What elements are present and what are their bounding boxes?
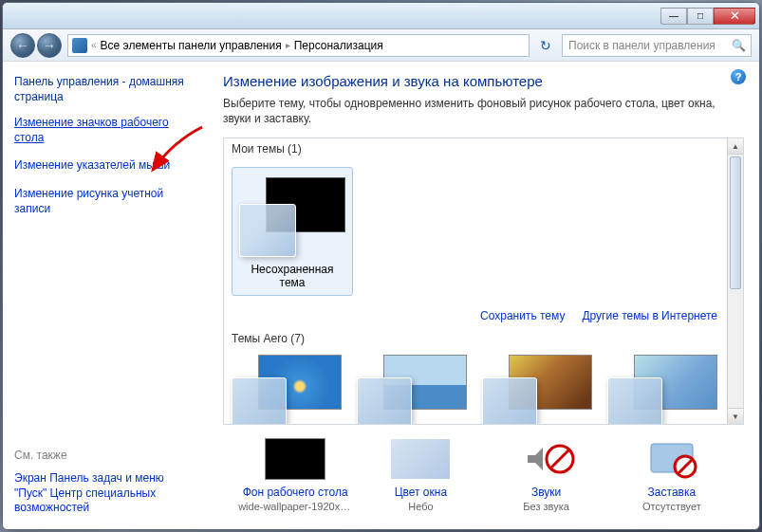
screensaver-icon (641, 438, 702, 480)
scroll-up-icon[interactable]: ▲ (728, 138, 743, 155)
window-color-value: Небо (363, 501, 477, 512)
refresh-button[interactable]: ↻ (535, 35, 556, 56)
my-themes-header: Мои темы (1) (224, 138, 727, 159)
sidebar-link-desktop-icons[interactable]: Изменение значков рабочего стола (14, 116, 198, 145)
theme-actions: Сохранить тему Другие темы в Интернете (224, 303, 727, 328)
nav-arrows: ← → (10, 33, 62, 58)
theme-label: Несохраненная тема (238, 263, 346, 289)
search-input[interactable]: Поиск в панели управления 🔍 (562, 34, 752, 57)
desktop-background-link: Фон рабочего стола (238, 486, 352, 499)
page-title: Изменение изображения и звука на компьют… (223, 73, 744, 89)
screensaver-value: Отсутствует (615, 501, 729, 512)
sidebar-link-display[interactable]: Экран (14, 471, 46, 485)
sidebar-link-mouse-pointers[interactable]: Изменение указателей мыши (14, 158, 198, 174)
sidebar-home-link[interactable]: Панель управления - домашняя страница (14, 75, 198, 104)
maximize-button[interactable]: □ (687, 8, 714, 25)
aero-themes-row (224, 349, 727, 424)
window-color-link: Цвет окна (363, 486, 477, 499)
vertical-scrollbar[interactable]: ▲ ▼ (727, 138, 743, 424)
desktop-background-value: wide-wallpaper-1920x10... (238, 501, 352, 512)
breadcrumb-item[interactable]: Все элементы панели управления (101, 39, 282, 52)
chevron-right-icon: ▸ (286, 40, 290, 50)
more-themes-link[interactable]: Другие темы в Интернете (582, 309, 717, 322)
window-buttons: — □ ✕ (660, 8, 755, 25)
bottom-actions: Фон рабочего стола wide-wallpaper-1920x1… (223, 425, 744, 518)
content: ? Панель управления - домашняя страница … (3, 62, 759, 529)
control-panel-icon (72, 38, 87, 53)
navbar: ← → « Все элементы панели управления ▸ П… (3, 29, 759, 62)
theme-preview (239, 174, 345, 257)
window-color-item[interactable]: Цвет окна Небо (363, 438, 477, 512)
aero-theme[interactable] (232, 353, 347, 424)
close-button[interactable]: ✕ (714, 8, 755, 25)
breadcrumb[interactable]: « Все элементы панели управления ▸ Персо… (67, 34, 530, 57)
search-placeholder: Поиск в панели управления (568, 39, 716, 52)
sidebar: Панель управления - домашняя страница Из… (3, 62, 210, 529)
see-also-header: См. также (14, 449, 198, 462)
screensaver-link: Заставка (615, 486, 729, 499)
sidebar-footer: См. также Экран Панель задач и меню "Пус… (14, 449, 198, 516)
sidebar-link-account-picture[interactable]: Изменение рисунка учетной записи (14, 187, 198, 216)
my-themes-area: Несохраненная тема (224, 159, 727, 303)
help-icon[interactable]: ? (731, 69, 746, 84)
main-panel: Изменение изображения и звука на компьют… (210, 62, 759, 529)
aero-theme[interactable] (482, 353, 598, 424)
aero-theme[interactable] (357, 353, 473, 424)
aero-themes-header: Темы Aero (7) (224, 328, 727, 349)
sounds-icon (516, 438, 577, 480)
theme-unsaved[interactable]: Несохраненная тема (232, 167, 353, 296)
page-description: Выберите тему, чтобы одновременно измени… (223, 97, 744, 126)
breadcrumb-item[interactable]: Персонализация (294, 39, 383, 52)
sounds-link: Звуки (490, 486, 604, 499)
back-button[interactable]: ← (10, 33, 35, 58)
window-color-icon (390, 438, 451, 480)
sounds-value: Без звука (490, 501, 604, 512)
aero-theme[interactable] (607, 353, 723, 424)
minimize-button[interactable]: — (660, 8, 687, 25)
themes-panel: Мои темы (1) Несохраненная тема (223, 138, 744, 425)
search-icon: 🔍 (732, 39, 745, 52)
titlebar: — □ ✕ (3, 3, 759, 29)
chevron-left-icon: « (91, 40, 97, 50)
wallpaper-icon (265, 438, 325, 480)
save-theme-link[interactable]: Сохранить тему (480, 309, 565, 322)
window: — □ ✕ ← → « Все элементы панели управлен… (2, 2, 760, 530)
desktop-background-item[interactable]: Фон рабочего стола wide-wallpaper-1920x1… (238, 438, 352, 512)
forward-button[interactable]: → (37, 33, 62, 58)
scroll-down-icon[interactable]: ▼ (728, 408, 743, 424)
sounds-item[interactable]: Звуки Без звука (490, 438, 604, 512)
scrollbar-thumb[interactable] (730, 156, 741, 289)
screensaver-item[interactable]: Заставка Отсутствует (615, 438, 729, 512)
theme-window-icon (239, 204, 296, 257)
